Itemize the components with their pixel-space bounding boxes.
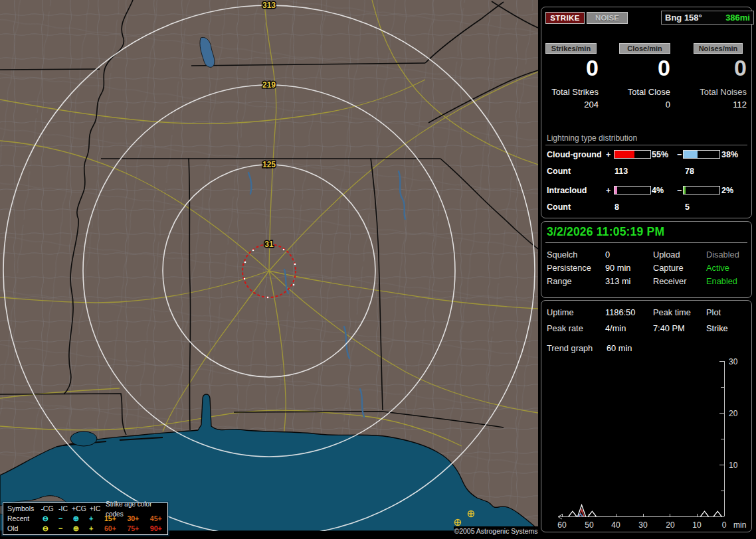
svg-text:10: 10 xyxy=(692,520,702,530)
noise-mode-button[interactable]: NOISE xyxy=(587,12,628,24)
strike-stats-panel: STRIKE NOISE Bng 158° 386mi Strikes/min … xyxy=(541,7,752,218)
graph-labels: 30 20 10 60 50 40 30 20 10 0 min xyxy=(557,357,746,530)
minus-cg-icon: ⊖ xyxy=(38,524,53,534)
plus-ic-icon: + xyxy=(84,514,99,524)
copyright-notice: ©2005 Astrogenic Systems xyxy=(454,526,538,536)
minus-ic-icon: − xyxy=(53,514,68,524)
cg-negative-count: 78 xyxy=(685,167,694,176)
legend-header: Symbols -CG -IC +CG +IC Strike age color… xyxy=(3,504,167,514)
svg-text:30: 30 xyxy=(638,520,648,530)
legend-title: Symbols xyxy=(7,504,39,514)
upload-status: Disabled xyxy=(706,250,739,260)
total-close-label: Total Close xyxy=(617,87,670,97)
ic-positive-bar xyxy=(614,186,651,194)
cg-negative-bar xyxy=(683,150,720,159)
ring-label-313: 313 xyxy=(262,1,276,10)
trend-graph-row: Trend graph 60 min xyxy=(541,343,751,354)
trend-peak-strikes xyxy=(569,511,577,516)
svg-text:50: 50 xyxy=(585,520,594,530)
svg-text:10: 10 xyxy=(729,461,738,470)
count-label: Count xyxy=(547,202,571,212)
plus-sign: + xyxy=(606,186,611,195)
trend-peak-strikes xyxy=(701,511,709,516)
status-row: Squelch 0 Upload Disabled xyxy=(541,250,751,260)
status-row: Range 313 mi Receiver Enabled xyxy=(541,276,751,287)
cg-positive-bar xyxy=(614,150,651,159)
ring-label-31: 31 xyxy=(264,240,274,249)
trend-peak-strikes xyxy=(713,511,721,516)
ring-label-219: 219 xyxy=(262,80,276,90)
bearing-range-value: 386mi xyxy=(725,13,750,23)
legend-row-recent: Recent ⊖ − ⊕ + 15+ 30+ 45+ xyxy=(3,514,167,524)
noises-per-min-button[interactable]: Noises/min xyxy=(694,43,743,54)
cg-positive-pct: 55% xyxy=(652,150,668,159)
trend-graph: 30 20 10 60 50 40 30 20 10 0 min xyxy=(549,356,750,530)
svg-text:min: min xyxy=(733,520,746,530)
svg-text:20: 20 xyxy=(666,520,675,530)
total-strikes-label: Total Strikes xyxy=(545,87,599,97)
svg-text:30: 30 xyxy=(729,357,738,366)
divider xyxy=(545,242,747,243)
map-canvas: 313 219 125 31 xyxy=(0,0,538,531)
ic-negative-count: 5 xyxy=(685,202,690,212)
strike-symbol xyxy=(455,520,461,526)
total-strikes-value: 204 xyxy=(545,100,599,110)
trend-peak-strikes xyxy=(588,511,596,516)
receiver-status: Enabled xyxy=(706,276,737,286)
ic-positive-count: 8 xyxy=(614,202,619,212)
ic-label: Intracloud xyxy=(547,186,587,195)
graph-axes xyxy=(558,361,725,519)
total-noises-label: Total Noises xyxy=(690,87,747,97)
minus-sign: − xyxy=(677,150,682,159)
legend-row-old: Old ⊖ − ⊕ + 60+ 75+ 90+ xyxy=(3,524,167,534)
cloud-ground-row: Cloud-ground + 55% − 38% xyxy=(541,150,751,159)
strike-mode-button[interactable]: STRIKE xyxy=(545,12,585,24)
divider xyxy=(545,145,747,145)
lightning-tracker-app: { "app": { "credit": "©2005 Astrogenic S… xyxy=(0,0,756,539)
count-label: Count xyxy=(547,167,571,176)
strikes-rate-value: 0 xyxy=(545,55,599,81)
cg-count-row: Count 113 78 xyxy=(541,167,751,176)
minus-sign: − xyxy=(677,186,682,195)
symbols-legend: Symbols -CG -IC +CG +IC Strike age color… xyxy=(3,502,168,535)
strike-map[interactable]: 313 219 125 31 Symbols -CG -IC +CG +IC S… xyxy=(0,0,538,531)
plus-cg-icon: ⊕ xyxy=(68,514,84,524)
status-panel: 3/2/2026 11:05:19 PM Squelch 0 Upload Di… xyxy=(541,221,752,298)
strike-symbol xyxy=(468,511,474,517)
total-noises-value: 112 xyxy=(690,100,747,110)
ring-label-125: 125 xyxy=(262,160,276,169)
cg-positive-count: 113 xyxy=(614,167,628,176)
plus-ic-icon: + xyxy=(84,524,99,534)
ic-negative-bar xyxy=(683,186,720,194)
distribution-title: Lightning type distribution xyxy=(547,133,637,143)
stats-row: Peak rate 4/min 7:40 PM Strike xyxy=(541,323,751,334)
minus-ic-icon: − xyxy=(53,524,68,534)
svg-text:0: 0 xyxy=(722,520,727,530)
total-close-value: 0 xyxy=(617,100,670,110)
status-row: Persistence 90 min Capture Active xyxy=(541,263,751,273)
plus-sign: + xyxy=(606,150,611,159)
intracloud-row: Intracloud + 4% − 2% xyxy=(541,186,751,195)
lake-pontchartrain xyxy=(70,431,97,446)
trend-panel: Uptime 1186:50 Peak time Plot Peak rate … xyxy=(541,300,752,532)
clock-display: 3/2/2026 11:05:19 PM xyxy=(547,225,664,239)
close-rate-value: 0 xyxy=(617,55,670,81)
ic-negative-pct: 2% xyxy=(721,186,733,195)
minus-cg-icon: ⊖ xyxy=(38,514,53,524)
plus-cg-icon: ⊕ xyxy=(68,524,84,534)
capture-status: Active xyxy=(706,263,729,273)
bearing-readout: Bng 158° 386mi xyxy=(661,11,754,25)
svg-text:40: 40 xyxy=(611,520,620,530)
stats-row: Uptime 1186:50 Peak time Plot xyxy=(541,307,751,318)
svg-text:60: 60 xyxy=(557,520,567,530)
ic-positive-pct: 4% xyxy=(652,186,664,195)
strikes-per-min-button[interactable]: Strikes/min xyxy=(545,43,597,54)
ic-count-row: Count 8 5 xyxy=(541,202,751,212)
svg-text:20: 20 xyxy=(729,409,738,418)
cg-label: Cloud-ground xyxy=(547,150,602,159)
trend-peaks xyxy=(569,505,721,516)
close-per-min-button[interactable]: Close/min xyxy=(619,43,670,54)
noises-rate-value: 0 xyxy=(690,55,747,81)
cg-negative-pct: 38% xyxy=(721,150,738,159)
bearing-value: Bng 158° xyxy=(665,13,702,23)
